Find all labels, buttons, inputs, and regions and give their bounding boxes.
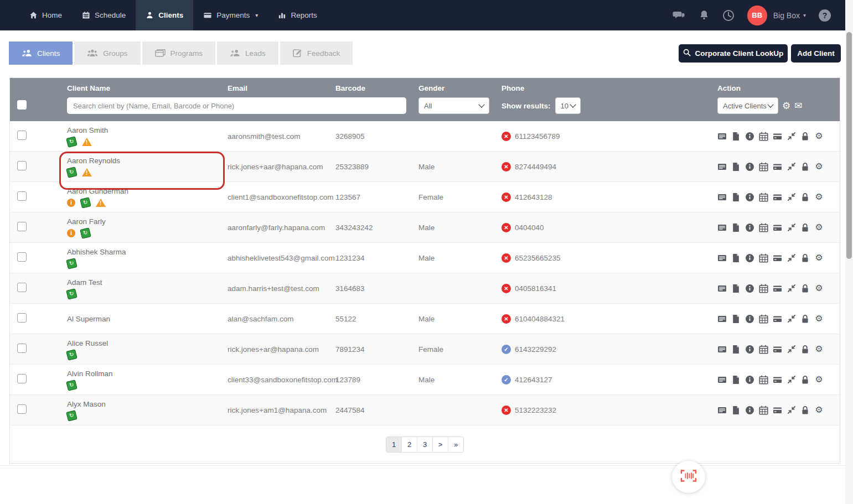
calendar-icon[interactable] (759, 314, 768, 324)
lock-icon[interactable] (800, 406, 810, 415)
settings-gear-icon[interactable]: ⚙ (814, 162, 824, 172)
calendar-icon[interactable] (759, 375, 768, 385)
credit-card-icon[interactable] (773, 162, 782, 172)
row-checkbox[interactable] (17, 222, 27, 231)
calendar-icon[interactable] (759, 345, 768, 354)
info-circle-icon[interactable] (745, 223, 754, 232)
document-icon[interactable] (731, 284, 741, 293)
calendar-icon[interactable] (759, 284, 768, 293)
info-circle-icon[interactable] (745, 314, 754, 324)
info-circle-icon[interactable] (745, 284, 754, 293)
pagination-item[interactable]: 2 (401, 437, 417, 452)
calendar-icon[interactable] (759, 406, 768, 415)
info-circle-icon[interactable] (745, 253, 754, 263)
credit-card-icon[interactable] (773, 375, 782, 385)
credit-card-icon[interactable] (773, 314, 782, 324)
credit-card-icon[interactable] (773, 345, 782, 354)
tab-leads[interactable]: Leads (217, 41, 278, 65)
client-name[interactable]: Alyx Mason (67, 400, 224, 408)
merge-compress-icon[interactable] (787, 223, 796, 232)
row-checkbox[interactable] (17, 131, 27, 140)
client-name[interactable]: Aaron Farly (67, 217, 224, 226)
lock-icon[interactable] (800, 345, 810, 354)
notifications-bell-icon[interactable] (699, 9, 710, 22)
membership-card-icon[interactable] (717, 162, 727, 172)
row-checkbox[interactable] (17, 344, 27, 353)
merge-compress-icon[interactable] (787, 284, 796, 293)
nav-clients[interactable]: Clients (136, 0, 193, 30)
calendar-icon[interactable] (759, 223, 768, 232)
info-circle-icon[interactable] (745, 162, 754, 172)
clock-icon[interactable] (722, 9, 735, 22)
avatar[interactable]: BB (747, 6, 767, 25)
client-name[interactable]: Aaron Smith (67, 126, 224, 134)
lock-icon[interactable] (800, 375, 810, 385)
barcode-scan-button[interactable] (672, 461, 705, 493)
client-name[interactable]: Aaron Gunderman (67, 187, 224, 195)
membership-card-icon[interactable] (717, 314, 727, 324)
scrollbar-thumb[interactable] (846, 32, 852, 259)
lock-icon[interactable] (800, 284, 810, 293)
calendar-icon[interactable] (759, 162, 768, 172)
credit-card-icon[interactable] (773, 406, 782, 415)
document-icon[interactable] (731, 406, 741, 415)
row-checkbox[interactable] (17, 252, 27, 262)
account-menu[interactable]: Big Box ▾ (773, 11, 806, 20)
credit-card-icon[interactable] (773, 284, 782, 293)
nav-schedule[interactable]: Schedule (72, 0, 136, 30)
document-icon[interactable] (731, 345, 741, 354)
gender-filter-select[interactable]: All (418, 97, 489, 114)
row-checkbox[interactable] (17, 191, 27, 201)
settings-gear-icon[interactable]: ⚙ (814, 284, 824, 293)
row-checkbox[interactable] (17, 404, 27, 414)
client-name[interactable]: Alice Russel (67, 339, 224, 347)
merge-compress-icon[interactable] (787, 406, 796, 415)
pagination-item[interactable]: 1 (386, 437, 401, 452)
row-checkbox[interactable] (17, 161, 27, 170)
lock-icon[interactable] (800, 162, 810, 172)
settings-gear-icon[interactable]: ⚙ (814, 406, 824, 415)
lock-icon[interactable] (800, 253, 810, 263)
info-circle-icon[interactable] (745, 132, 754, 141)
tab-feedback[interactable]: Feedback (280, 41, 353, 65)
email-envelope-icon[interactable]: ✉ (794, 101, 802, 111)
document-icon[interactable] (731, 223, 741, 232)
settings-gear-icon[interactable]: ⚙ (814, 314, 824, 324)
membership-card-icon[interactable] (717, 132, 727, 141)
merge-compress-icon[interactable] (787, 375, 796, 385)
pagination-item[interactable]: 3 (417, 437, 432, 452)
credit-card-icon[interactable] (773, 223, 782, 232)
document-icon[interactable] (731, 314, 741, 324)
settings-gear-icon[interactable]: ⚙ (814, 375, 824, 385)
merge-compress-icon[interactable] (787, 193, 796, 202)
client-name[interactable]: Al Superman (67, 315, 224, 323)
info-circle-icon[interactable] (745, 375, 754, 385)
membership-card-icon[interactable] (717, 284, 727, 293)
calendar-icon[interactable] (759, 132, 768, 141)
nav-payments[interactable]: Payments ▾ (193, 0, 268, 30)
settings-gear-icon[interactable]: ⚙ (782, 101, 790, 111)
tab-groups[interactable]: Groups (74, 41, 140, 65)
document-icon[interactable] (731, 162, 741, 172)
pagination-item[interactable]: » (448, 437, 463, 452)
lock-icon[interactable] (800, 223, 810, 232)
membership-card-icon[interactable] (717, 253, 727, 263)
client-name[interactable]: Aaron Reynolds (67, 157, 224, 165)
settings-gear-icon[interactable]: ⚙ (814, 193, 824, 202)
membership-card-icon[interactable] (717, 345, 727, 354)
add-client-button[interactable]: Add Client (791, 44, 841, 63)
nav-reports[interactable]: Reports (268, 0, 327, 30)
select-all-checkbox[interactable] (17, 100, 27, 110)
document-icon[interactable] (731, 132, 741, 141)
credit-card-icon[interactable] (773, 132, 782, 141)
document-icon[interactable] (731, 253, 741, 263)
document-icon[interactable] (731, 375, 741, 385)
merge-compress-icon[interactable] (787, 162, 796, 172)
tab-programs[interactable]: Programs (142, 41, 216, 65)
document-icon[interactable] (731, 193, 741, 202)
settings-gear-icon[interactable]: ⚙ (814, 132, 824, 141)
credit-card-icon[interactable] (773, 193, 782, 202)
client-name[interactable]: Alvin Rollman (67, 370, 224, 378)
settings-gear-icon[interactable]: ⚙ (814, 253, 824, 263)
calendar-icon[interactable] (759, 253, 768, 263)
